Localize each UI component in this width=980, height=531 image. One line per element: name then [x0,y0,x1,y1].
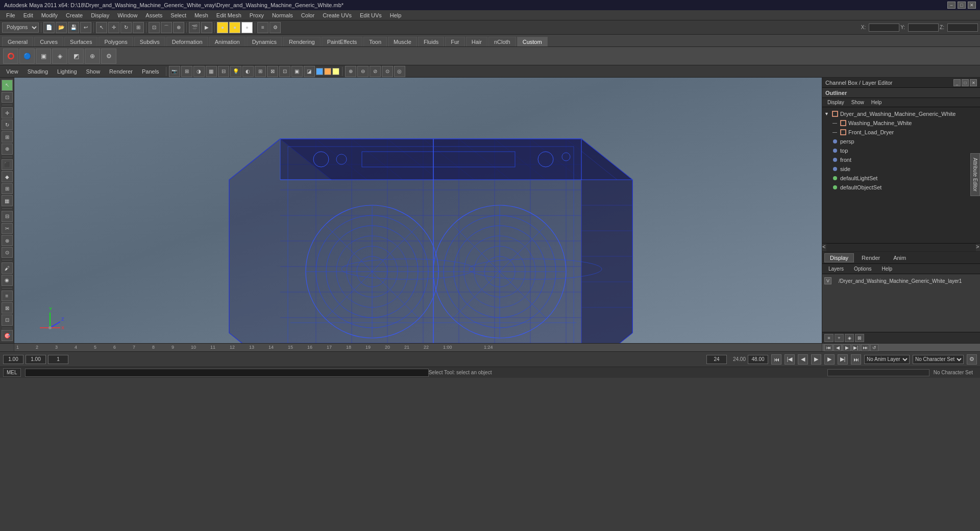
pb-current-frame-left[interactable] [26,355,46,364]
shelf-icon-1[interactable]: ⭕ [3,49,18,64]
tab-ncloth[interactable]: nCloth [488,37,516,46]
menu-display[interactable]: Display [87,11,113,19]
ol-menu-display[interactable]: Display [824,99,847,106]
vt-textured[interactable]: ▦ [206,66,217,77]
outliner-item[interactable]: persp [822,137,980,146]
outliner-item[interactable]: front [822,155,980,164]
pb-total-end[interactable] [748,355,768,364]
menu-edit-mesh[interactable]: Edit Mesh [212,11,246,19]
tl-jump-start[interactable]: ⏮ [824,344,832,351]
viewport[interactable]: Y X Z [14,78,822,343]
menu-assets[interactable]: Assets [141,11,166,19]
lt-uv[interactable]: ⊠ [2,302,13,313]
cb-tab-anim[interactable]: Anim [888,253,912,262]
minimize-button[interactable]: – [947,2,955,9]
menu-color[interactable]: Color [297,11,318,19]
z-input[interactable] [947,23,978,32]
tb-params[interactable]: ⚙ [270,22,281,33]
outliner-item[interactable]: defaultObjectSet [822,183,980,192]
tb-light2[interactable]: ● [229,22,240,33]
menu-edit[interactable]: Edit [19,11,37,19]
ol-scroll-right[interactable]: > [976,244,980,252]
vt-hud[interactable]: ⊘ [370,66,381,77]
shelf-icon-4[interactable]: ◈ [52,49,67,64]
lt-deform[interactable]: ⊡ [2,315,13,326]
menu-modify[interactable]: Modify [37,11,62,19]
tb-save[interactable]: 💾 [68,22,79,33]
lt-bevel[interactable]: ◆ [2,171,13,182]
tb-light3[interactable]: ● [241,22,253,33]
vt-color1[interactable] [316,68,323,75]
lt-bottom[interactable]: 🎯 [2,330,13,341]
pb-anim-layer-select[interactable]: No Anim Layer [864,355,910,364]
tab-hair[interactable]: Hair [466,37,487,46]
view-menu-show[interactable]: Show [82,67,105,76]
tb-move[interactable]: ✛ [108,22,119,33]
lt-select[interactable]: ↖ [2,80,13,91]
menu-file[interactable]: File [2,11,19,19]
tl-jump-end[interactable]: ⏭ [861,344,869,351]
lt-split[interactable]: ⊟ [2,211,13,222]
vt-display5[interactable]: ◪ [304,66,315,77]
view-menu-renderer[interactable]: Renderer [105,67,137,76]
tb-rotate[interactable]: ↻ [120,22,132,33]
shelf-icon-7[interactable]: ⚙ [101,49,116,64]
attr-editor-tab[interactable]: Attribute Editor [970,153,980,196]
view-menu-panels[interactable]: Panels [138,67,163,76]
cb-subtab-options[interactable]: Options [850,266,875,272]
pb-btn-prev-key[interactable]: |◀ [785,354,795,365]
lt-sculpt[interactable]: ◉ [2,275,13,286]
vt-extra1[interactable]: ⊙ [382,66,393,77]
lt-cut[interactable]: ✂ [2,223,13,234]
tab-subdivs[interactable]: Subdivs [134,37,165,46]
tb-light1[interactable]: ● [217,22,228,33]
tb-new[interactable]: 📄 [43,22,55,33]
pb-char-set-select[interactable]: No Character Set [913,355,964,364]
tab-curves[interactable]: Curves [34,37,63,46]
tab-deformation[interactable]: Deformation [166,37,208,46]
outliner-item[interactable]: top [822,146,980,155]
tab-toon[interactable]: Toon [363,37,387,46]
cb-tab-display[interactable]: Display [824,253,854,262]
tb-snap-point[interactable]: ⊕ [173,22,184,33]
pb-btn-jump-start[interactable]: ⏮ [771,354,781,365]
lt-merge[interactable]: ⊗ [2,235,13,246]
cb-subtab-help[interactable]: Help [877,266,896,272]
menu-edit-uvs[interactable]: Edit UVs [356,11,386,19]
tab-rendering[interactable]: Rendering [283,37,321,46]
cb-tool-3[interactable]: ◈ [845,334,854,342]
tb-select[interactable]: ↖ [96,22,107,33]
lt-paint[interactable]: 🖌 [2,262,13,274]
vt-shadows[interactable]: ◐ [242,66,254,77]
tb-render[interactable]: 🎬 [189,22,200,33]
tb-snap-curve[interactable]: ⌒ [161,22,172,33]
polygon-mode-dropdown[interactable]: Polygons [2,22,39,33]
tl-loop[interactable]: ↺ [870,344,878,351]
vt-wireframe2[interactable]: ⊟ [218,66,229,77]
vt-wireframe[interactable]: ⊞ [181,66,192,77]
shelf-icon-2[interactable]: 🔵 [19,49,35,64]
vt-display4[interactable]: ▣ [291,66,303,77]
outliner-item[interactable]: —Washing_Machine_White [822,118,980,128]
cb-tool-1[interactable]: ≡ [824,334,834,342]
ol-scroll-left[interactable]: < [822,244,826,252]
pb-btn-play[interactable]: ▶ [811,354,821,365]
close-button[interactable]: ✕ [968,2,976,9]
lt-weld[interactable]: ⊙ [2,247,13,258]
menu-help[interactable]: Help [386,11,406,19]
vt-extra2[interactable]: ◎ [394,66,405,77]
pb-btn-prev[interactable]: ◀ [798,354,808,365]
view-menu-shading[interactable]: Shading [23,67,52,76]
tb-snap-grid[interactable]: ⊡ [149,22,160,33]
shelf-icon-6[interactable]: ⊕ [85,49,100,64]
lt-extrude[interactable]: ⬛ [2,159,13,171]
pb-btn-jump-end[interactable]: ⏭ [851,354,861,365]
ol-menu-help[interactable]: Help [868,99,885,106]
lt-fill[interactable]: ▦ [2,195,13,206]
timeline-ruler[interactable]: 123456789101112131415161718192021221:001… [14,344,822,351]
lt-scale[interactable]: ⊞ [2,131,13,142]
vt-camera[interactable]: 📷 [169,66,180,77]
lt-bridge[interactable]: ⊞ [2,183,13,195]
vt-snap[interactable]: ⊖ [357,66,369,77]
tb-open[interactable]: 📂 [56,22,67,33]
